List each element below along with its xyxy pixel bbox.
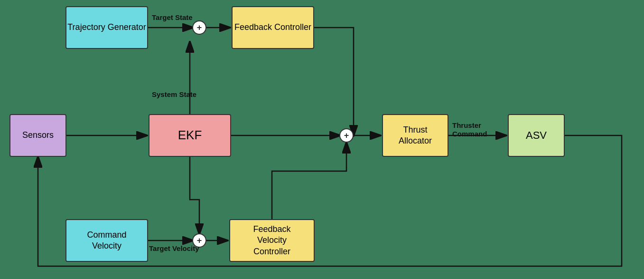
trajectory-generator-block: Trajectory Generator	[65, 6, 148, 49]
command-velocity-block: CommandVelocity	[65, 219, 148, 262]
thrust-allocator-block: ThrustAllocator	[382, 114, 448, 157]
summing-junction-2: +	[339, 128, 354, 143]
system-state-label: System State	[152, 90, 196, 98]
sensors-block: Sensors	[9, 114, 66, 157]
summing-junction-1: +	[192, 20, 206, 35]
thruster-command-label: ThrusterCommand	[452, 121, 487, 138]
asv-block: ASV	[508, 114, 565, 157]
diagram: Trajectory Generator Feedback Controller…	[0, 0, 644, 279]
target-state-label: Target State	[152, 13, 193, 21]
feedback-controller-block: Feedback Controller	[232, 6, 314, 49]
target-velocity-label: Target Velocity	[149, 244, 199, 252]
ekf-block: EKF	[149, 114, 231, 157]
feedback-velocity-controller-block: FeedbackVelocityController	[229, 219, 315, 262]
